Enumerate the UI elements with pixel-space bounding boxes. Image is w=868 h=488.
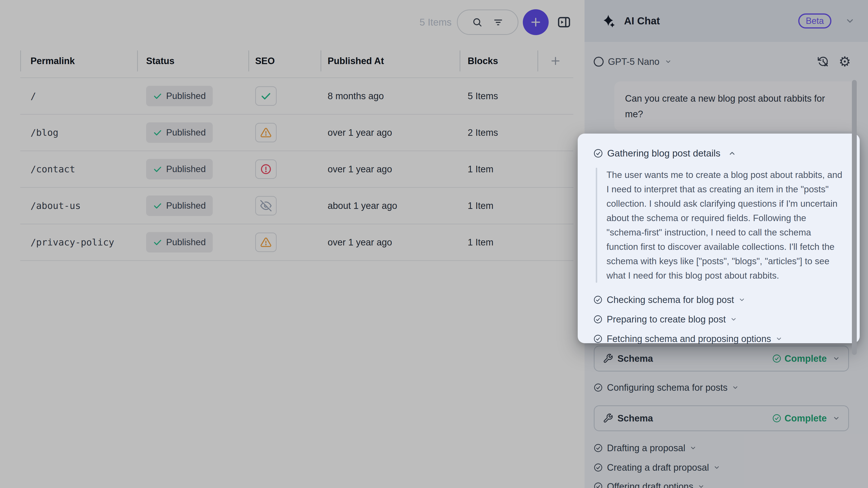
reasoning-header[interactable]: Gathering blog post details [593, 145, 860, 162]
reasoning-steps: Checking schema for blog post Preparing … [593, 290, 860, 349]
reasoning-step-collapsed: Checking schema for blog post [593, 290, 860, 310]
step-label: Checking schema for blog post [607, 295, 734, 305]
chevron-down-icon[interactable] [730, 316, 737, 323]
reasoning-body-block: The user wants me to create a blog post … [596, 168, 860, 283]
check-circle-icon [593, 295, 602, 304]
step-label: Preparing to create blog post [607, 314, 726, 325]
reasoning-step-collapsed: Preparing to create blog post [593, 310, 860, 329]
reasoning-title: Gathering blog post details [607, 148, 720, 159]
chevron-up-icon[interactable] [728, 150, 736, 157]
chat-scrollbar-thumb[interactable] [852, 80, 857, 355]
check-circle-icon [593, 315, 602, 324]
app-window: 5 Items Permalink Status SEO Published A… [0, 0, 868, 488]
reasoning-body-text: The user wants me to create a blog post … [607, 168, 844, 283]
check-circle-icon [593, 149, 603, 158]
chevron-down-icon[interactable] [776, 335, 782, 342]
step-label: Fetching schema and proposing options [607, 334, 771, 344]
check-circle-icon [593, 334, 602, 343]
chevron-down-icon[interactable] [739, 296, 745, 303]
quote-bar [596, 168, 597, 283]
reasoning-step-collapsed: Fetching schema and proposing options [593, 329, 860, 349]
reasoning-spotlight-card: Gathering blog post details The user wan… [578, 134, 860, 343]
